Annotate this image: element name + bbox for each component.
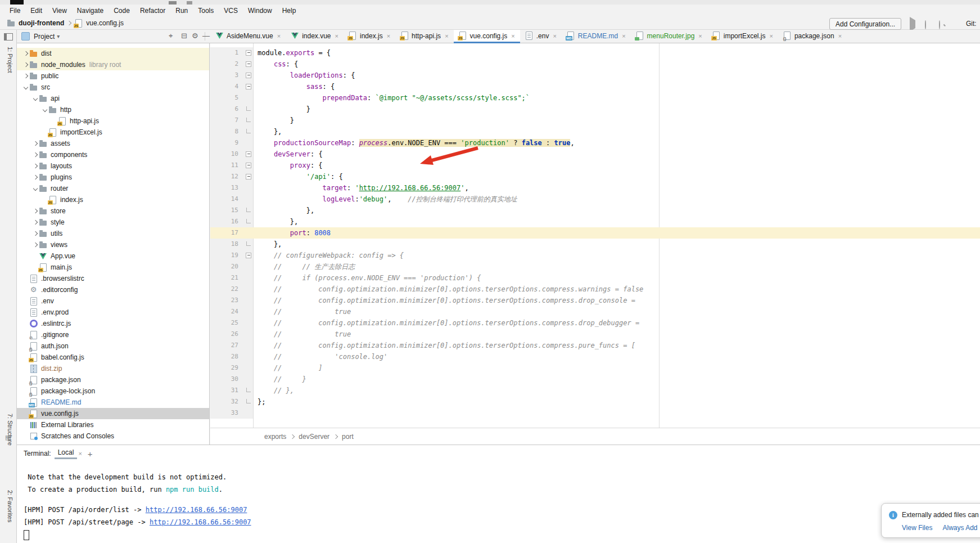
menu-item-refactor[interactable]: Refactor [135, 6, 170, 16]
debug-icon[interactable] [925, 21, 933, 28]
code-text[interactable]: // }, [253, 385, 294, 396]
code-line-22[interactable]: 22 // config.optimization.minimizer[0].o… [210, 284, 980, 295]
tree-item-index.js[interactable]: JSindex.js [17, 194, 209, 205]
locate-file-icon[interactable]: ⌖ [169, 32, 173, 41]
close-icon[interactable]: × [78, 450, 82, 457]
close-icon[interactable]: × [445, 33, 448, 39]
code-text[interactable]: }; [253, 396, 265, 407]
code-line-2[interactable]: 2 css: { [210, 59, 980, 70]
tree-item-http[interactable]: http [17, 104, 209, 115]
tree-item-.env.prod[interactable]: .env.prod [17, 307, 209, 318]
code-text[interactable]: // // 生产去除日志 [253, 261, 355, 272]
chevron-right-icon[interactable] [32, 230, 39, 237]
code-text[interactable]: // true [253, 329, 351, 340]
menu-item-tools[interactable]: Tools [193, 6, 219, 16]
tree-item-views[interactable]: views [17, 239, 209, 250]
chevron-down-icon[interactable] [22, 84, 29, 91]
tab-http-api.js[interactable]: JShttp-api.js× [395, 30, 453, 43]
code-line-15[interactable]: 15 }, [210, 205, 980, 216]
code-line-4[interactable]: 4 sass: { [210, 81, 980, 92]
fold-marker[interactable] [244, 209, 253, 212]
code-line-28[interactable]: 28 // 'console.log' [210, 351, 980, 362]
close-icon[interactable]: × [622, 33, 625, 39]
code-text[interactable]: // } [253, 374, 306, 385]
tree-item-src[interactable]: src [17, 82, 209, 93]
menu-item-help[interactable]: Help [277, 6, 301, 16]
code-line-26[interactable]: 26 // true [210, 329, 980, 340]
code-text[interactable]: // 'console.log' [253, 351, 387, 362]
menu-item-vcs[interactable]: VCS [219, 6, 243, 16]
tree-item-app.vue[interactable]: App.vue [17, 250, 209, 262]
fold-marker[interactable] [244, 84, 253, 89]
notification-action-view-files[interactable]: View Files [902, 524, 932, 532]
fold-marker[interactable] [244, 163, 253, 168]
tree-item-style[interactable]: style [17, 217, 209, 228]
tree-item-package-lock.json[interactable]: {}package-lock.json [17, 385, 209, 397]
tab-asidemenu.vue[interactable]: AsideMenu.vue× [210, 30, 286, 43]
close-icon[interactable]: × [698, 33, 702, 39]
fold-marker[interactable] [244, 243, 253, 246]
code-text[interactable]: // config.optimization.minimizer[0].opti… [253, 295, 635, 306]
tree-item-importexcel.js[interactable]: JSimportExcel.js [17, 127, 209, 138]
code-text[interactable]: // if (process.env.NODE_ENV === 'product… [253, 272, 481, 284]
code-line-9[interactable]: 9 productionSourceMap: process.env.NODE_… [210, 137, 980, 149]
fold-marker[interactable] [244, 50, 253, 56]
code-text[interactable]: logLevel:'debug', //控制台终端打印代理前的真实地址 [253, 194, 517, 205]
code-line-20[interactable]: 20 // // 生产去除日志 [210, 261, 980, 272]
chevron-right-icon[interactable] [32, 151, 39, 158]
code-line-13[interactable]: 13 target: 'http://192.168.66.56:9007', [210, 182, 980, 194]
code-text[interactable]: // config.optimization.minimizer[0].opti… [253, 284, 643, 295]
code-text[interactable]: }, [253, 239, 282, 250]
fold-marker[interactable] [244, 61, 253, 67]
code-text[interactable]: }, [253, 205, 314, 216]
code-text[interactable]: } [253, 115, 294, 126]
chevron-down-icon[interactable] [32, 95, 39, 102]
tree-item-store[interactable]: store [17, 205, 209, 217]
chevron-right-icon[interactable] [32, 174, 39, 181]
editor-breadcrumb-exports[interactable]: exports [264, 433, 286, 441]
code-text[interactable]: css: { [253, 59, 298, 70]
code-line-14[interactable]: 14 logLevel:'debug', //控制台终端打印代理前的真实地址 [210, 194, 980, 205]
code-text[interactable]: productionSourceMap: process.env.NODE_EN… [253, 137, 575, 149]
menu-item-edit[interactable]: Edit [25, 6, 47, 16]
chevron-right-icon[interactable] [22, 61, 29, 68]
fold-marker[interactable] [244, 131, 253, 133]
code-line-25[interactable]: 25 // config.optimization.minimizer[0].o… [210, 317, 980, 329]
tab-index.js[interactable]: JSindex.js× [344, 30, 395, 43]
tree-item-dist[interactable]: dist [17, 48, 209, 59]
code-line-32[interactable]: 32}; [210, 396, 980, 407]
tree-item-.env[interactable]: .env [17, 295, 209, 307]
tree-item-main.js[interactable]: JSmain.js [17, 262, 209, 273]
tree-item-layouts[interactable]: layouts [17, 160, 209, 172]
code-line-33[interactable]: 33 [210, 407, 980, 419]
terminal-link[interactable]: http://192.168.66.56:9007 [146, 506, 247, 514]
tree-item-plugins[interactable]: plugins [17, 172, 209, 183]
menu-item-window[interactable]: Window [243, 6, 277, 16]
code-text[interactable]: module.exports = { [253, 47, 331, 59]
close-icon[interactable]: × [838, 33, 842, 39]
tree-item-.browserslistrc[interactable]: .browserslistrc [17, 273, 209, 284]
code-text[interactable]: // config.optimization.minimizer[0].opti… [253, 340, 635, 351]
chevron-right-icon[interactable] [32, 241, 39, 248]
project-panel-title[interactable]: Project [34, 33, 55, 41]
code-line-30[interactable]: 30 // } [210, 374, 980, 385]
chevron-right-icon[interactable] [22, 73, 29, 79]
tab-menurouter.jpg[interactable]: menuRouter.jpg× [631, 30, 707, 43]
run-icon[interactable] [910, 20, 918, 27]
code-editor[interactable]: 1module.exports = {2 css: {3 loaderOptio… [210, 43, 980, 428]
tab-importexcel.js[interactable]: JSimportExcel.js× [707, 30, 778, 43]
terminal-panel[interactable]: Terminal: Local × + Note that the develo… [17, 445, 980, 543]
tool-window-structure-button[interactable]: 7: Structure [7, 414, 13, 446]
tree-item-.eslintrc.js[interactable]: .eslintrc.js [17, 318, 209, 329]
close-icon[interactable]: × [335, 33, 338, 39]
tree-item-.gitignore[interactable]: ⊘.gitignore [17, 329, 209, 340]
menu-item-file[interactable]: File [4, 6, 25, 16]
menu-item-run[interactable]: Run [170, 6, 193, 16]
code-line-24[interactable]: 24 // true [210, 306, 980, 317]
tree-item-auth.json[interactable]: {}auth.json [17, 340, 209, 352]
tree-item-.editorconfig[interactable]: ⚙.editorconfig [17, 284, 209, 295]
tree-item-node-modules[interactable]: node_moduleslibrary root [17, 59, 209, 70]
close-icon[interactable]: × [511, 33, 514, 39]
menu-item-navigate[interactable]: Navigate [72, 6, 109, 16]
menu-item-view[interactable]: View [47, 6, 72, 16]
